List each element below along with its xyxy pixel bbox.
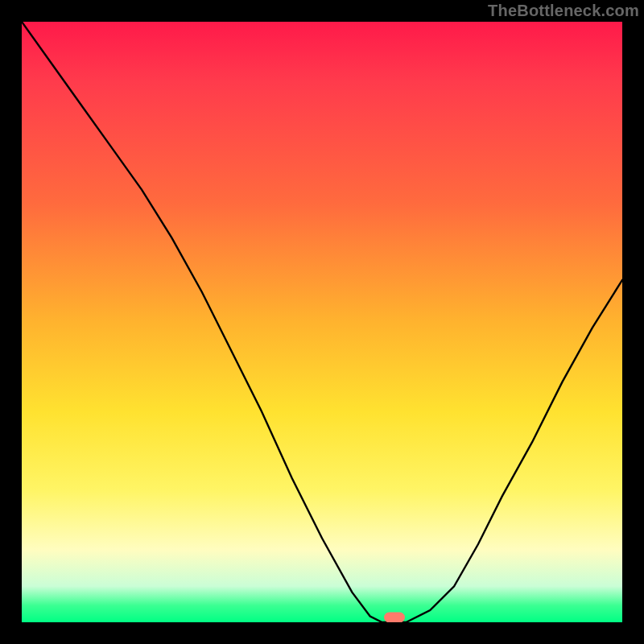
curve-path	[22, 22, 622, 622]
chart-plot-area	[22, 22, 622, 622]
optimum-marker	[384, 613, 405, 623]
bottleneck-curve	[22, 22, 622, 622]
watermark-text: TheBottleneck.com	[488, 2, 639, 20]
